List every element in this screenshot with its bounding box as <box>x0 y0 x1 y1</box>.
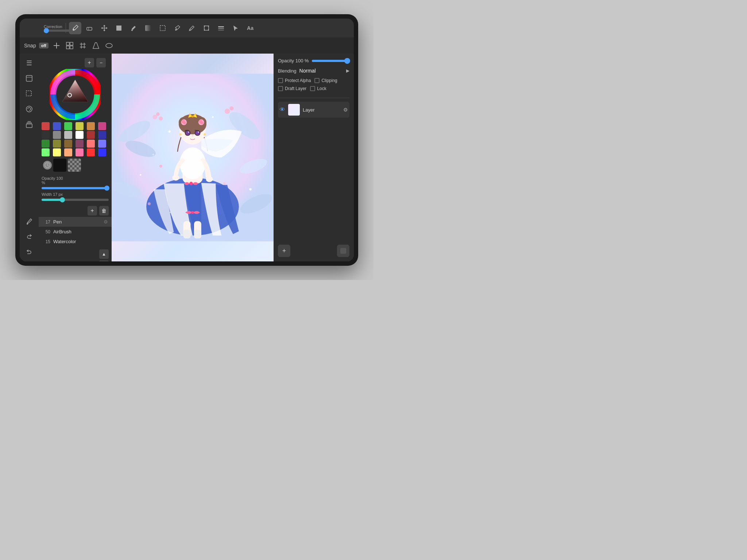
tool-fill-rect[interactable] <box>113 22 125 34</box>
protect-alpha-check[interactable]: Protect Alpha <box>278 78 311 83</box>
width-slider-track[interactable] <box>42 199 109 201</box>
opacity-track[interactable] <box>312 60 349 62</box>
swatch-19[interactable] <box>53 148 61 156</box>
swatch-7[interactable] <box>53 131 61 139</box>
swatch-23[interactable] <box>98 148 106 156</box>
swatch-22[interactable] <box>87 148 95 156</box>
canvas-content <box>112 54 274 261</box>
tool-transform[interactable] <box>200 22 213 34</box>
correction-slider[interactable] <box>44 30 73 32</box>
layer-thumbnail <box>288 104 300 116</box>
tool-cursor[interactable] <box>229 22 242 34</box>
layer-row[interactable]: 👁 Layer ⚙ <box>278 102 349 118</box>
swatch-3[interactable] <box>76 122 84 130</box>
clipping-checkbox[interactable] <box>314 78 320 83</box>
sidebar-filter-icon[interactable] <box>23 102 36 116</box>
brush-gear-pen[interactable]: ⚙ <box>104 219 108 225</box>
draft-layer-check[interactable]: Draft Layer <box>278 86 306 91</box>
brush-item-airbrush[interactable]: 50 AirBrush <box>39 227 112 237</box>
opacity-row: Opacity 100 % <box>278 58 349 63</box>
blending-value[interactable]: Normal <box>299 68 343 74</box>
sidebar-layers-icon[interactable] <box>23 118 36 131</box>
color-wheel[interactable] <box>50 69 101 120</box>
tool-text[interactable]: Aa <box>244 22 256 34</box>
tool-eraser[interactable] <box>84 22 96 34</box>
tool-gradient[interactable] <box>142 22 154 34</box>
snap-ellipse-icon[interactable] <box>104 40 114 51</box>
snap-off-badge[interactable]: off <box>39 43 49 48</box>
bg-color-swatch[interactable] <box>68 159 81 172</box>
layer-settings-icon[interactable]: ⚙ <box>343 107 348 113</box>
color-section: + − <box>39 54 112 175</box>
tool-pen[interactable] <box>69 22 81 34</box>
snap-perspective-icon[interactable] <box>91 40 101 51</box>
lock-checkbox[interactable] <box>310 86 315 91</box>
layer-options-btn[interactable] <box>337 245 349 257</box>
tool-eyedropper[interactable] <box>171 22 183 34</box>
tool-fill[interactable] <box>127 22 140 34</box>
svg-point-89 <box>223 182 225 184</box>
swatch-20[interactable] <box>64 148 72 156</box>
sidebar-new-icon[interactable] <box>23 72 36 85</box>
sidebar-redo-icon[interactable] <box>23 230 36 243</box>
swatch-16[interactable] <box>87 140 95 148</box>
brush-item-pen[interactable]: 17 Pen ⚙ <box>39 217 112 227</box>
draft-layer-checkbox[interactable] <box>278 86 283 91</box>
add-brush-btn[interactable]: + <box>88 206 97 215</box>
add-layer-btn[interactable]: + <box>278 245 290 257</box>
left-panel: + − <box>39 54 112 261</box>
swatch-17[interactable] <box>98 140 106 148</box>
swatch-4[interactable] <box>87 122 95 130</box>
tool-layer-select[interactable] <box>215 22 227 34</box>
swatch-21[interactable] <box>76 148 84 156</box>
svg-point-84 <box>198 132 199 133</box>
swatch-0[interactable] <box>42 122 50 130</box>
fg-color-swatch[interactable] <box>53 159 66 172</box>
swatch-13[interactable] <box>53 140 61 148</box>
opacity-slider-track[interactable] <box>42 187 109 189</box>
snap-hash-icon[interactable] <box>78 40 88 51</box>
opacity-slider-row: Opacity 100 % <box>42 176 109 185</box>
swatch-6[interactable] <box>42 131 50 139</box>
tool-move[interactable] <box>98 22 111 34</box>
add-color-btn[interactable]: + <box>85 58 94 67</box>
swatch-2[interactable] <box>64 122 72 130</box>
fg-bg-colors <box>42 159 109 172</box>
swatch-9[interactable] <box>76 131 84 139</box>
brush-item-watercolor[interactable]: 15 Watercolor <box>39 237 112 246</box>
swatch-5[interactable] <box>98 122 106 130</box>
move-brush-up-btn[interactable]: ▲ <box>99 249 109 259</box>
sidebar-select-icon[interactable] <box>23 87 36 100</box>
snap-grid-icon[interactable] <box>65 40 75 51</box>
sidebar-menu-icon[interactable]: ☰ <box>23 57 36 70</box>
swatch-8[interactable] <box>64 131 72 139</box>
swatch-10[interactable] <box>87 131 95 139</box>
clipping-check[interactable]: Clipping <box>314 78 337 83</box>
svg-rect-16 <box>66 42 69 45</box>
protect-alpha-checkbox[interactable] <box>278 78 283 83</box>
delete-color-btn[interactable]: − <box>96 58 106 67</box>
color-mode-btn[interactable] <box>43 161 52 170</box>
svg-rect-19 <box>70 46 73 49</box>
snap-lines-icon[interactable] <box>51 40 62 51</box>
sidebar-undo-icon[interactable] <box>23 245 36 258</box>
swatch-11[interactable] <box>98 131 106 139</box>
svg-point-54 <box>140 174 142 176</box>
lock-check[interactable]: Lock <box>310 86 326 91</box>
swatch-14[interactable] <box>64 140 72 148</box>
svg-rect-18 <box>66 46 69 49</box>
svg-point-73 <box>183 121 186 124</box>
svg-point-76 <box>200 121 203 124</box>
swatch-1[interactable] <box>53 122 61 130</box>
swatch-12[interactable] <box>42 140 50 148</box>
blending-arrow-icon[interactable]: ▶ <box>346 68 349 73</box>
layer-visibility-icon[interactable]: 👁 <box>279 106 285 113</box>
tool-select-rect[interactable] <box>156 22 169 34</box>
sidebar-brush-icon[interactable] <box>23 215 36 228</box>
swatch-15[interactable] <box>76 140 84 148</box>
tool-select-pen[interactable] <box>186 22 198 34</box>
swatch-18[interactable] <box>42 148 50 156</box>
delete-brush-btn[interactable]: 🗑 <box>99 206 109 215</box>
canvas-area[interactable] <box>112 54 274 261</box>
move-brush-down-btn[interactable]: ▼ <box>99 260 109 261</box>
